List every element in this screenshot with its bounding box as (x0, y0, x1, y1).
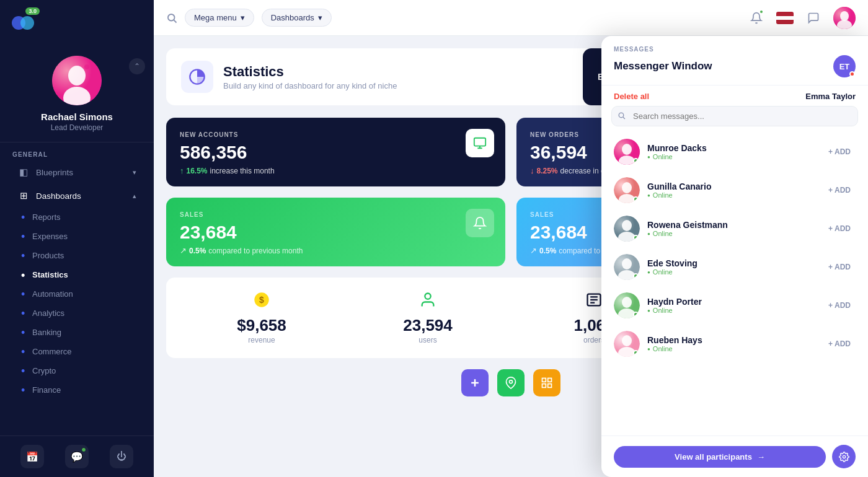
messenger-online-dot (849, 71, 855, 77)
add-btn-rowena[interactable]: + ADD (823, 222, 856, 235)
messenger-search-area (601, 106, 868, 133)
messenger-settings-btn[interactable] (832, 445, 856, 468)
chat-btn[interactable] (802, 7, 825, 29)
messenger-search-input[interactable] (611, 106, 858, 126)
dashboards-label: Dashboards (36, 191, 81, 201)
messages-icon-btn[interactable]: 💬 (65, 445, 89, 468)
blueprints-label: Blueprints (36, 168, 73, 177)
sidebar-sub-item-commerce[interactable]: Commerce (5, 343, 149, 361)
mega-menu-label: Mega menu (194, 13, 237, 22)
contact-item-rueben[interactable]: Rueben Hays Online + ADD (609, 325, 861, 363)
sidebar-sub-item-crypto[interactable]: Crypto (5, 362, 149, 380)
sidebar-sub-item-expenses[interactable]: Expenses (5, 227, 149, 245)
sales-1-label: SALES (180, 211, 492, 218)
users-label: users (418, 336, 436, 344)
svg-point-6 (168, 14, 175, 21)
notification-btn[interactable] (745, 7, 768, 29)
contact-list: Munroe Dacks Online + ADD Gunilla Canari… (601, 133, 868, 435)
contact-item-gunilla[interactable]: Gunilla Canario Online + ADD (609, 171, 861, 209)
metric-card-sales-1: SALES 23,684 ↗ 0.5% compared to previous… (166, 198, 505, 266)
haydn-online-indicator (633, 312, 639, 317)
new-accounts-icon (466, 129, 494, 157)
svg-point-26 (510, 380, 513, 383)
dashboards-btn[interactable]: Dashboards ▾ (262, 9, 332, 27)
calendar-icon-btn[interactable]: 📅 (20, 445, 44, 468)
svg-rect-30 (542, 384, 546, 388)
svg-rect-29 (548, 384, 552, 388)
contact-avatar-gunilla (614, 177, 640, 203)
sidebar-item-dashboards[interactable]: ⊞ Dashboards ▴ (5, 185, 149, 207)
profile-toggle[interactable]: ⌃ (129, 58, 145, 74)
svg-line-32 (623, 116, 625, 118)
sidebar-sub-item-analytics[interactable]: Analytics (5, 304, 149, 322)
chevron-down-icon: ▾ (133, 168, 136, 177)
contact-name-rowena: Rowena Geistmann (647, 220, 816, 230)
profile-role: Lead Developer (51, 123, 104, 132)
topbar: Mega menu ▾ Dashboards ▾ (154, 0, 868, 36)
dashboards-icon: ⊞ (17, 190, 30, 201)
expenses-label: Expenses (32, 232, 68, 241)
sidebar-sub-item-finance[interactable]: Finance (5, 381, 149, 399)
down-arrow-icon: ↓ (530, 166, 534, 175)
sidebar-sub-item-statistics[interactable]: Statistics (5, 266, 149, 284)
add-btn-haydn[interactable]: + ADD (823, 299, 856, 312)
svg-point-43 (622, 258, 632, 269)
sidebar-bottom: 📅 💬 ⏻ (0, 435, 154, 477)
revenue-value: $9,658 (237, 317, 286, 333)
delete-all-btn[interactable]: Delete all (614, 92, 649, 101)
power-icon-btn[interactable]: ⏻ (110, 445, 133, 468)
page-subtitle: Build any kind of dashboard for any kind… (223, 81, 397, 90)
contact-info-munroe: Munroe Dacks Online (647, 143, 816, 160)
sidebar-sub-item-products[interactable]: Products (5, 247, 149, 265)
topbar-user-avatar[interactable] (833, 7, 856, 29)
messenger-panel: MESSAGES Messenger Window ET Delete all … (601, 36, 868, 477)
svg-point-49 (622, 335, 632, 346)
view-all-label: View all participants (675, 452, 752, 462)
location-action-btn[interactable] (497, 369, 525, 396)
contact-avatar-rowena (614, 216, 640, 242)
messenger-header: MESSAGES Messenger Window ET (601, 36, 868, 85)
statistics-label: Statistics (32, 270, 68, 279)
messenger-tag: MESSAGES (614, 46, 856, 53)
new-accounts-label: NEW ACCOUNTS (180, 131, 492, 138)
users-icon (419, 291, 436, 312)
sidebar-item-blueprints[interactable]: ◧ Blueprints ▾ (5, 161, 149, 183)
revenue-icon: $ (253, 291, 270, 312)
svg-point-46 (622, 297, 632, 308)
add-btn-rueben[interactable]: + ADD (823, 337, 856, 351)
finance-label: Finance (32, 385, 61, 395)
mega-menu-btn[interactable]: Mega menu ▾ (185, 9, 254, 27)
expenses-dot (133, 235, 136, 239)
contact-name-haydn: Haydn Porter (647, 297, 816, 307)
svg-point-31 (619, 113, 624, 118)
contact-item-ede[interactable]: Ede Stoving Online + ADD (609, 248, 861, 286)
view-all-participants-btn[interactable]: View all participants → (614, 446, 826, 468)
svg-point-37 (622, 182, 632, 193)
contact-item-rowena[interactable]: Rowena Geistmann Online + ADD (609, 209, 861, 248)
add-btn-munroe[interactable]: + ADD (823, 145, 856, 159)
svg-point-34 (622, 144, 632, 155)
add-action-btn[interactable] (461, 369, 489, 396)
topbar-search[interactable] (166, 12, 177, 24)
products-dot (133, 254, 136, 258)
table-action-btn[interactable] (533, 369, 560, 396)
gunilla-online-indicator (633, 196, 639, 202)
contact-avatar-haydn (614, 292, 640, 318)
users-value: 23,594 (403, 317, 453, 333)
messages-badge (81, 447, 86, 452)
contact-item-haydn[interactable]: Haydn Porter Online + ADD (609, 286, 861, 325)
add-btn-ede[interactable]: + ADD (823, 260, 856, 274)
svg-point-51 (843, 455, 845, 458)
contact-name-munroe: Munroe Dacks (647, 143, 816, 153)
contact-item-munroe[interactable]: Munroe Dacks Online + ADD (609, 133, 861, 171)
svg-rect-27 (542, 379, 546, 382)
neutral-arrow-icon: ↗ (180, 246, 187, 255)
messenger-user-initials: ET (839, 62, 850, 71)
sidebar-sub-item-banking[interactable]: Banking (5, 323, 149, 341)
logo-icon: 3.0 (10, 10, 36, 36)
messenger-user-avatar[interactable]: ET (833, 55, 856, 77)
add-btn-gunilla[interactable]: + ADD (823, 183, 856, 197)
sidebar-sub-item-automation[interactable]: Automation (5, 285, 149, 303)
sidebar-sub-item-reports[interactable]: Reports (5, 208, 149, 226)
flag-icon[interactable] (776, 12, 794, 24)
